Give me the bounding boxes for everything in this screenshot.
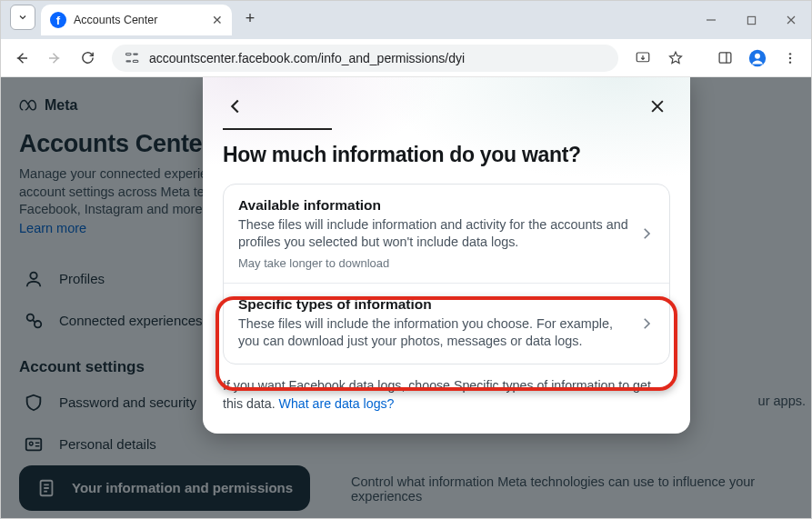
svg-rect-4 [133,60,138,62]
svg-rect-2 [133,54,138,55]
dialog-body: How much information do you want? Availa… [203,128,690,364]
tab-title: Accounts Center [74,14,205,26]
option-description: These files will include the information… [238,315,629,351]
profile-avatar-icon [747,48,767,68]
option-title: Available information [238,197,629,214]
browser-tab[interactable]: f Accounts Center ✕ [41,5,232,35]
install-app-button[interactable] [629,45,657,72]
window-maximize-button[interactable] [731,6,771,34]
dialog-header [203,77,690,123]
nav-forward-button[interactable] [41,45,68,72]
svg-point-10 [789,53,791,55]
tab-search-dropdown[interactable] [10,5,35,30]
option-body: Specific types of information These file… [238,296,629,351]
close-icon [648,97,667,115]
svg-rect-0 [747,16,755,24]
dialog-footer: If you want Facebook data logs, choose S… [203,364,690,417]
side-panel-button[interactable] [711,45,738,72]
reload-icon [80,50,95,65]
svg-rect-1 [125,54,131,55]
options-card: Available information These files will i… [223,184,670,364]
kebab-icon [783,51,797,65]
dialog-close-button[interactable] [645,94,670,119]
titlebar: f Accounts Center ✕ + [1,1,811,39]
maximize-icon [747,15,757,25]
option-description: These files will include information and… [238,216,629,252]
bookmark-button[interactable] [662,45,689,72]
chrome-menu-button[interactable] [777,45,804,72]
option-body: Available information These files will i… [238,197,629,270]
dialog-back-button[interactable] [223,94,248,119]
download-info-dialog: How much information do you want? Availa… [203,77,690,434]
close-icon [786,15,797,25]
new-tab-button[interactable]: + [237,5,263,31]
nav-back-button[interactable] [8,45,35,72]
svg-point-12 [789,61,791,63]
facebook-favicon-icon: f [50,12,66,28]
install-icon [635,50,651,66]
minimize-icon [706,15,717,25]
nav-reload-button[interactable] [74,45,101,72]
address-bar: accountscenter.facebook.com/info_and_per… [1,39,811,77]
window-close-button[interactable] [771,6,811,34]
window-minimize-button[interactable] [691,6,731,34]
option-subtext: May take longer to download [238,256,629,270]
chevron-down-icon [17,12,28,23]
titlebar-left: f Accounts Center ✕ + [1,1,263,39]
browser-window: f Accounts Center ✕ + accountscenter.fac… [0,0,812,519]
chevron-left-icon [226,96,246,116]
what-are-data-logs-link[interactable]: What are data logs? [279,396,395,411]
star-icon [667,50,684,66]
option-available-information[interactable]: Available information These files will i… [224,185,669,283]
arrow-left-icon [14,50,30,66]
option-specific-types[interactable]: Specific types of information These file… [224,283,669,364]
url-field[interactable]: accountscenter.facebook.com/info_and_per… [112,45,618,72]
arrow-right-icon [46,50,63,66]
svg-point-11 [789,56,791,58]
site-settings-icon[interactable] [125,51,140,65]
panel-icon [717,50,733,65]
close-tab-icon[interactable]: ✕ [212,13,223,27]
dialog-title: How much information do you want? [223,143,670,167]
chevron-right-icon [638,225,655,242]
profile-button[interactable] [744,45,771,72]
url-text: accountscenter.facebook.com/info_and_per… [149,51,465,65]
svg-rect-6 [719,53,731,63]
svg-rect-3 [125,60,131,62]
page-content: Meta Accounts Center Manage your connect… [1,77,811,518]
dialog-divider [223,128,332,130]
option-title: Specific types of information [238,296,629,313]
svg-point-9 [755,53,760,58]
window-controls [691,1,811,39]
chevron-right-icon [638,315,655,332]
